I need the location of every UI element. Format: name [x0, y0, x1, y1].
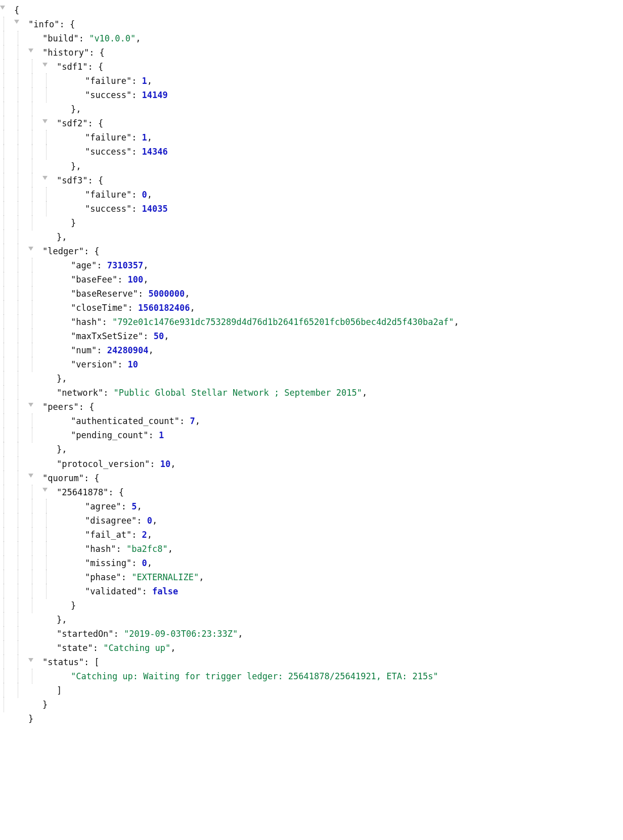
json-punct: : — [138, 289, 148, 299]
collapse-toggle-icon[interactable] — [28, 247, 33, 251]
json-punct: , — [238, 629, 243, 639]
tree-row: "phase": "EXTERNALIZE", — [0, 570, 623, 584]
json-punct: , — [147, 132, 152, 143]
json-punct: , — [168, 544, 173, 554]
json-punct: , — [152, 516, 157, 526]
json-punct: : — [137, 516, 147, 526]
json-punct: : — [117, 359, 127, 369]
tree-row-content: "protocol_version": 10, — [57, 457, 623, 471]
json-number: 7310357 — [107, 260, 144, 270]
tree-row: }, — [0, 613, 623, 627]
json-number: 5 — [131, 501, 137, 511]
json-key: "baseFee" — [71, 274, 117, 285]
tree-row-content: "hash": "792e01c1476e931dc753289d4d76d1b… — [71, 315, 623, 329]
json-punct: : { — [89, 48, 105, 58]
collapse-toggle-icon[interactable] — [42, 119, 48, 123]
collapse-toggle-icon[interactable] — [28, 49, 33, 53]
tree-row: "baseReserve": 5000000, — [0, 287, 623, 301]
json-punct: , — [185, 289, 190, 299]
json-punct: }, — [57, 444, 67, 454]
json-string: "Catching up: Waiting for trigger ledger… — [71, 671, 438, 681]
tree-row-content: "peers": { — [42, 400, 623, 414]
tree-row-content: "success": 14035 — [85, 202, 623, 216]
json-punct: : — [143, 331, 153, 341]
tree-row: }, — [0, 442, 623, 456]
collapse-toggle-icon[interactable] — [0, 6, 5, 10]
json-punct: , — [143, 260, 148, 270]
json-key: "missing" — [85, 558, 131, 568]
tree-row: "agree": 5, — [0, 499, 623, 514]
collapse-toggle-icon[interactable] — [42, 488, 48, 492]
json-punct: } — [28, 714, 33, 724]
tree-row: "age": 7310357, — [0, 258, 623, 272]
collapse-toggle-icon[interactable] — [42, 63, 48, 67]
json-key: "status" — [42, 657, 84, 667]
json-punct: , — [149, 345, 154, 355]
tree-row: "network": "Public Global Stellar Networ… — [0, 386, 623, 400]
json-punct: }, — [57, 232, 67, 242]
json-number: 7 — [190, 416, 195, 426]
json-number: 50 — [154, 331, 164, 341]
tree-row: "25641878": { — [0, 485, 623, 499]
json-key: "quorum" — [42, 473, 84, 483]
tree-row: "sdf1": { — [0, 60, 623, 74]
json-key: "info" — [28, 19, 59, 29]
tree-row-content: "fail_at": 2, — [85, 528, 623, 542]
tree-row-content: "state": "Catching up", — [57, 641, 623, 655]
collapse-toggle-icon[interactable] — [14, 20, 19, 24]
json-punct: , — [190, 303, 195, 313]
tree-row-content: "phase": "EXTERNALIZE", — [85, 570, 623, 584]
json-key: "hash" — [85, 544, 116, 554]
json-punct: , — [137, 501, 142, 511]
json-key: "hash" — [71, 317, 102, 327]
tree-row-content: { — [14, 3, 623, 17]
tree-row: "quorum": { — [0, 471, 623, 485]
collapse-toggle-icon[interactable] — [28, 403, 33, 407]
tree-row: "ledger": { — [0, 244, 623, 258]
json-punct: : — [102, 317, 112, 327]
tree-row: }, — [0, 230, 623, 244]
json-number: 10 — [160, 459, 170, 469]
json-key: "phase" — [85, 572, 121, 582]
json-punct: : — [128, 303, 138, 313]
tree-row-content: "authenticated_count": 7, — [71, 414, 623, 428]
json-key: "age" — [71, 260, 97, 270]
tree-row-content: ] — [57, 683, 623, 697]
json-key: "closeTime" — [71, 303, 128, 313]
tree-row: { — [0, 3, 623, 17]
collapse-toggle-icon[interactable] — [42, 176, 48, 180]
json-punct: : { — [87, 118, 103, 128]
json-number: 1 — [159, 430, 164, 440]
json-punct: }, — [57, 374, 67, 384]
tree-row: "baseFee": 100, — [0, 272, 623, 287]
json-key: "ledger" — [42, 246, 84, 256]
json-punct: : { — [59, 19, 75, 29]
tree-row: "missing": 0, — [0, 556, 623, 570]
json-key: "history" — [42, 48, 89, 58]
tree-row-content: "baseReserve": 5000000, — [71, 287, 623, 301]
tree-row-content: "network": "Public Global Stellar Networ… — [57, 386, 623, 400]
collapse-toggle-icon[interactable] — [28, 658, 33, 662]
json-punct: { — [14, 5, 19, 15]
tree-row-content: "closeTime": 1560182406, — [71, 301, 623, 315]
tree-row-content: "quorum": { — [42, 471, 623, 485]
json-punct: , — [147, 530, 152, 540]
json-punct: : — [97, 260, 107, 270]
json-key: "success" — [85, 90, 131, 100]
json-punct: , — [147, 558, 152, 568]
tree-row-content: "Catching up: Waiting for trigger ledger… — [71, 669, 623, 683]
json-punct: : — [103, 388, 113, 398]
json-punct: : — [131, 147, 142, 157]
json-key: "pending_count" — [71, 430, 149, 440]
json-punct: : { — [108, 487, 124, 497]
json-key: "num" — [71, 345, 97, 355]
tree-row-content: }, — [71, 159, 623, 173]
tree-row-content: } — [71, 216, 623, 230]
json-punct: : — [116, 544, 126, 554]
collapse-toggle-icon[interactable] — [28, 474, 33, 478]
tree-row: "hash": "ba2fc8", — [0, 542, 623, 556]
tree-row: } — [0, 216, 623, 230]
tree-row-content: "age": 7310357, — [71, 258, 623, 272]
tree-row: "startedOn": "2019-09-03T06:23:33Z", — [0, 627, 623, 641]
tree-row: } — [0, 712, 623, 726]
